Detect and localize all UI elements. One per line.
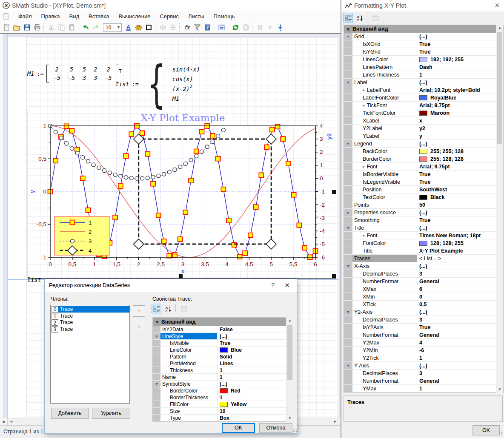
scroll-up-arrow[interactable]: ▲ <box>496 25 503 31</box>
menu-item-5[interactable]: Вычисление <box>114 11 155 21</box>
border-button[interactable] <box>144 23 154 33</box>
property-value[interactable]: (...) <box>417 140 503 147</box>
property-row-name[interactable]: Name1 <box>153 374 292 381</box>
property-value[interactable]: True <box>417 324 503 331</box>
property-value[interactable]: y <box>417 132 503 139</box>
property-value[interactable]: Red <box>218 387 292 394</box>
property-row-smoothing[interactable]: SmoothingTrue <box>344 216 503 224</box>
menu-item-3[interactable]: Вид <box>65 11 84 21</box>
property-row-xmin[interactable]: XMin0 <box>344 293 503 301</box>
property-row-bordercolor[interactable]: BorderColorRed <box>153 387 292 394</box>
align-vertical-button[interactable] <box>168 23 178 33</box>
property-name[interactable]: Name <box>160 374 218 380</box>
property-name[interactable]: ▸LabelFont <box>352 86 417 94</box>
dialog-ok-button[interactable]: OK <box>222 423 255 433</box>
property-value[interactable]: 1 <box>218 394 292 401</box>
background-color-button[interactable] <box>134 23 144 33</box>
alphabetical-sort-button[interactable]: AZ <box>163 304 173 313</box>
property-name[interactable]: IsXGrid <box>352 40 417 48</box>
scroll-down-arrow[interactable]: ▼ <box>286 415 293 422</box>
property-row-pattern[interactable]: PatternSolid <box>153 353 292 360</box>
dialog-help-icon[interactable]: ? <box>271 282 275 288</box>
categorized-view-button[interactable] <box>343 13 353 23</box>
property-value[interactable]: Arial; 10.2pt; style=Bold <box>417 86 503 94</box>
property-row-backcolor[interactable]: BackColor255; 255; 128 <box>344 148 503 155</box>
property-value[interactable]: 128; 128; 255 <box>417 239 503 247</box>
property-row-traces[interactable]: Traces< List... > <box>344 255 503 262</box>
category-header[interactable]: ▾Внешний вид <box>344 25 503 33</box>
property-name[interactable]: Legend <box>352 140 417 147</box>
property-value[interactable]: True <box>417 216 503 224</box>
property-value[interactable]: 255; 128; 128 <box>417 155 503 162</box>
property-name[interactable]: ▸Font <box>352 163 417 170</box>
property-value[interactable]: Times New Roman; 18pt <box>417 232 503 239</box>
property-value[interactable]: X-Y Plot Example <box>417 247 503 254</box>
property-row-type[interactable]: TypeBox <box>153 415 292 421</box>
chevron-down-icon[interactable]: ▾ <box>344 224 352 231</box>
property-value[interactable]: (...) <box>417 362 503 369</box>
property-value[interactable]: 10 <box>218 408 292 414</box>
property-row-isvisible[interactable]: IsVisibleTrue <box>153 340 292 347</box>
property-value[interactable]: (...) <box>417 308 503 316</box>
property-name[interactable]: LabelFontColor <box>352 94 417 101</box>
property-row-xlabel[interactable]: XLabelx <box>344 117 503 125</box>
property-name[interactable]: YMax <box>352 385 417 392</box>
add-button[interactable]: Добавить <box>51 408 89 419</box>
property-row-x-axis[interactable]: ▾X-Axis(...) <box>344 262 503 270</box>
properties-window-button[interactable] <box>217 23 227 33</box>
dialog-cancel-button[interactable]: Отмена <box>259 423 292 433</box>
property-row-textcolor[interactable]: TextColorBlack <box>344 193 503 201</box>
play-button[interactable] <box>265 23 275 33</box>
property-value[interactable]: True <box>417 178 503 185</box>
property-name[interactable]: YLabel <box>352 132 417 139</box>
redo-button[interactable] <box>91 23 101 33</box>
property-name[interactable]: Points <box>352 201 417 208</box>
property-value[interactable]: 3 <box>417 370 503 377</box>
property-row-numberformat[interactable]: NumberFormatGeneral <box>344 377 503 385</box>
chevron-down-icon[interactable]: ▾ <box>344 79 352 86</box>
resize-handle-bottom-right[interactable] <box>332 274 336 278</box>
property-row-tickfontcolor[interactable]: TickFontColorMaroon <box>344 109 503 117</box>
chevron-right-icon[interactable]: ▸ <box>363 102 365 108</box>
property-value[interactable]: < List... > <box>417 255 503 262</box>
property-row-linestyle[interactable]: ▾LineStyle(...) <box>153 333 292 340</box>
panel-resize-grip[interactable] <box>499 431 503 435</box>
property-value[interactable]: -6 <box>417 347 503 354</box>
chevron-down-icon[interactable]: ▾ <box>153 381 160 387</box>
chevron-down-icon[interactable]: ▾ <box>344 262 352 270</box>
chevron-down-icon[interactable]: ▾ <box>153 333 160 339</box>
scroll-right-arrow[interactable]: ► <box>332 418 339 425</box>
property-grid-scrollbar[interactable]: ▲ ▼ <box>496 25 503 393</box>
dialog-close-icon[interactable]: ✕ <box>284 282 290 289</box>
resize-handle-bottom-center[interactable] <box>179 274 183 278</box>
property-name[interactable]: Thickness <box>160 367 218 373</box>
property-row-isbordervisible[interactable]: IsBorderVisibleTrue <box>344 171 503 178</box>
property-row-size[interactable]: Size10 <box>153 408 292 415</box>
chevron-down-icon[interactable]: ▾ <box>344 362 352 369</box>
property-row-thickness[interactable]: Thickness1 <box>153 367 292 374</box>
property-name[interactable]: Y2Max <box>352 339 417 346</box>
property-value[interactable]: 1 <box>417 385 503 392</box>
property-value[interactable]: Solid <box>218 353 292 360</box>
property-value[interactable]: Black <box>417 193 503 201</box>
property-row-decimalplaces[interactable]: DecimalPlaces3 <box>344 316 503 324</box>
property-value[interactable]: True <box>417 40 503 48</box>
property-value[interactable]: (...) <box>417 33 503 40</box>
property-value[interactable]: General <box>417 377 503 384</box>
property-value[interactable]: False <box>218 326 292 333</box>
property-row-linespattern[interactable]: LinesPatternDash <box>344 63 503 71</box>
chevron-right-icon[interactable]: ▸ <box>363 233 365 238</box>
property-name[interactable]: LinesPattern <box>352 63 417 71</box>
property-row-fontcolor[interactable]: FontColor128; 128; 255 <box>344 239 503 247</box>
property-name[interactable]: NumberFormat <box>352 377 417 384</box>
property-row-y2tick[interactable]: Y2Tick1 <box>344 354 503 362</box>
property-value[interactable]: 0 <box>417 293 503 300</box>
property-value[interactable]: (...) <box>417 79 503 86</box>
property-name[interactable]: Label <box>352 79 417 86</box>
menu-item-6[interactable]: Сервис <box>155 11 183 21</box>
property-value[interactable]: (...) <box>218 333 292 339</box>
property-row-label[interactable]: ▾Label(...) <box>344 79 503 86</box>
property-name[interactable]: BorderColor <box>352 155 417 162</box>
property-name[interactable]: NumberFormat <box>352 331 417 338</box>
property-value[interactable]: (...) <box>417 224 503 231</box>
